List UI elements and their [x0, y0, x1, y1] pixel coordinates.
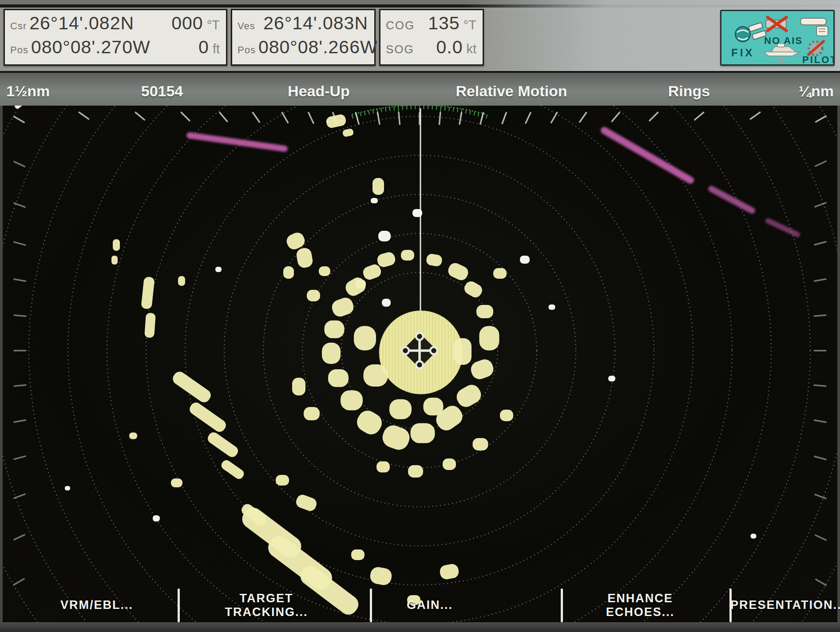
pilot-label: PILOT — [802, 54, 833, 64]
motion-mode[interactable]: Relative Motion — [456, 83, 567, 100]
fix-label: FIX — [731, 47, 754, 59]
cursor-latitude: 26°14'.082N — [29, 13, 134, 34]
vessel-lat-row: Ves 26°14'.083N — [238, 13, 368, 37]
cursor-pos-label: Pos — [10, 44, 28, 56]
ring-interval: ¼nm — [799, 83, 834, 100]
cursor-lon-row: Pos 080°08'.270W 0 ft — [10, 37, 220, 61]
cog-label: COG — [386, 19, 415, 32]
sog-unit: kt — [466, 42, 476, 56]
nav-status-panel: FIX NO AIS — [720, 10, 835, 66]
vessel-label: Ves — [238, 20, 255, 32]
sog-label: SOG — [386, 43, 414, 56]
screen-bezel — [0, 622, 840, 632]
cursor-bearing: 000 — [171, 13, 203, 34]
vessel-pos-label: Pos — [238, 44, 256, 56]
cursor-longitude: 080°08'.270W — [31, 37, 151, 58]
menu-divider — [370, 589, 372, 622]
no-ais-icon — [766, 17, 786, 31]
header-strip: Csr 26°14'.082N 000 °T Pos 080°08'.270W … — [0, 0, 840, 71]
log-hand-icon — [800, 18, 828, 36]
vessel-longitude: 080°08'.266W — [258, 37, 378, 58]
cursor-depth-unit: ft — [213, 42, 220, 56]
cursor-depth: 0 — [198, 37, 209, 58]
menu-item-4[interactable]: PRESENTATION... — [730, 598, 840, 612]
menu-item-1[interactable]: TARGET TRACKING... — [225, 592, 308, 619]
menu-divider — [561, 589, 563, 622]
menu-divider — [729, 589, 732, 622]
menu-item-3[interactable]: ENHANCE ECHOES... — [606, 592, 675, 619]
scanner-id: 50154 — [141, 83, 183, 100]
anchor-icon — [777, 57, 785, 63]
softkey-menu: VRM/EBL...TARGET TRACKING...GAIN...ENHAN… — [0, 587, 840, 624]
no-pilot-icon — [808, 41, 824, 55]
status-bar: 1½nm 50154 Head-Up Relative Motion Rings… — [0, 71, 840, 106]
radar-ppi-display[interactable] — [3, 106, 837, 622]
cog-row: COG 135 °T — [386, 13, 476, 37]
cursor-label: Csr — [10, 20, 27, 32]
gps-fix-icon — [735, 23, 766, 42]
rings-label: Rings — [668, 83, 710, 100]
cog-sog-box: COG 135 °T SOG 0.0 kt — [379, 9, 484, 66]
menu-divider — [178, 589, 180, 622]
radar-screen: Csr 26°14'.082N 000 °T Pos 080°08'.270W … — [0, 0, 840, 632]
menu-item-2[interactable]: GAIN... — [407, 598, 453, 612]
vessel-lon-row: Pos 080°08'.266W — [238, 37, 368, 61]
orientation-mode[interactable]: Head-Up — [288, 83, 350, 100]
cursor-bearing-unit: °T — [207, 18, 220, 32]
sog-row: SOG 0.0 kt — [386, 37, 476, 61]
cog-unit: °T — [464, 18, 476, 32]
cursor-data-box: Csr 26°14'.082N 000 °T Pos 080°08'.270W … — [4, 9, 227, 66]
cursor-lat-row: Csr 26°14'.082N 000 °T — [10, 13, 220, 37]
vessel-latitude: 26°14'.083N — [263, 13, 368, 34]
range-scale[interactable]: 1½nm — [6, 83, 50, 100]
cog-value: 135 — [428, 13, 460, 34]
menu-item-0[interactable]: VRM/EBL... — [60, 598, 133, 612]
sog-value: 0.0 — [436, 37, 463, 58]
vessel-data-box: Ves 26°14'.083N Pos 080°08'.266W — [231, 9, 376, 66]
